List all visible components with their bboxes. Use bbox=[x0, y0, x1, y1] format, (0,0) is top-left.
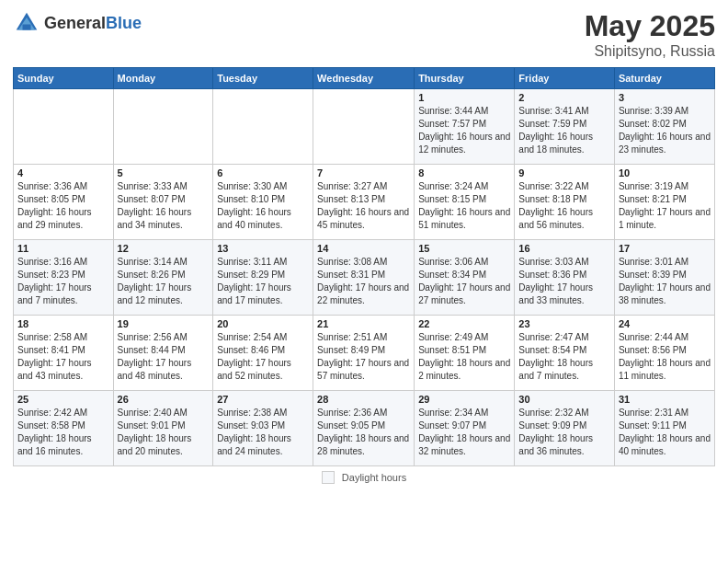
calendar-cell: 23Sunrise: 2:47 AM Sunset: 8:54 PM Dayli… bbox=[515, 316, 615, 391]
col-sunday: Sunday bbox=[14, 68, 114, 89]
col-tuesday: Tuesday bbox=[213, 68, 313, 89]
calendar-cell: 8Sunrise: 3:24 AM Sunset: 8:15 PM Daylig… bbox=[415, 165, 515, 240]
calendar-cell: 24Sunrise: 2:44 AM Sunset: 8:56 PM Dayli… bbox=[614, 316, 714, 391]
col-thursday: Thursday bbox=[415, 68, 515, 89]
calendar-cell: 16Sunrise: 3:03 AM Sunset: 8:36 PM Dayli… bbox=[515, 240, 615, 316]
page: GeneralBlue May 2025 Shipitsyno, Russia … bbox=[0, 0, 728, 563]
calendar-cell: 10Sunrise: 3:19 AM Sunset: 8:21 PM Dayli… bbox=[614, 165, 714, 240]
logo-icon bbox=[13, 9, 40, 37]
day-detail: Sunrise: 3:27 AM Sunset: 8:13 PM Dayligh… bbox=[317, 180, 410, 232]
calendar-cell: 30Sunrise: 2:32 AM Sunset: 9:09 PM Dayli… bbox=[515, 391, 615, 466]
day-number: 4 bbox=[17, 167, 109, 178]
calendar-cell: 9Sunrise: 3:22 AM Sunset: 8:18 PM Daylig… bbox=[515, 165, 615, 240]
day-detail: Sunrise: 3:19 AM Sunset: 8:21 PM Dayligh… bbox=[619, 180, 711, 232]
day-number: 19 bbox=[118, 318, 210, 329]
svg-rect-2 bbox=[23, 25, 31, 30]
calendar-cell: 17Sunrise: 3:01 AM Sunset: 8:39 PM Dayli… bbox=[614, 240, 714, 316]
day-detail: Sunrise: 3:03 AM Sunset: 8:36 PM Dayligh… bbox=[518, 256, 610, 307]
day-number: 14 bbox=[317, 243, 410, 254]
day-detail: Sunrise: 3:36 AM Sunset: 8:05 PM Dayligh… bbox=[17, 180, 109, 232]
day-detail: Sunrise: 3:39 AM Sunset: 8:02 PM Dayligh… bbox=[619, 105, 711, 156]
title-block: May 2025 Shipitsyno, Russia bbox=[585, 9, 715, 60]
day-number: 1 bbox=[418, 92, 510, 103]
day-number: 16 bbox=[518, 243, 610, 254]
calendar-cell: 29Sunrise: 2:34 AM Sunset: 9:07 PM Dayli… bbox=[415, 391, 515, 466]
calendar-cell: 14Sunrise: 3:08 AM Sunset: 8:31 PM Dayli… bbox=[313, 240, 415, 316]
col-saturday: Saturday bbox=[614, 68, 714, 89]
calendar-week-row: 25Sunrise: 2:42 AM Sunset: 8:58 PM Dayli… bbox=[14, 391, 715, 466]
day-detail: Sunrise: 2:31 AM Sunset: 9:11 PM Dayligh… bbox=[619, 407, 711, 458]
day-detail: Sunrise: 2:40 AM Sunset: 9:01 PM Dayligh… bbox=[118, 407, 210, 458]
day-number: 29 bbox=[418, 394, 510, 405]
day-detail: Sunrise: 3:44 AM Sunset: 7:57 PM Dayligh… bbox=[418, 105, 510, 156]
calendar-cell: 21Sunrise: 2:51 AM Sunset: 8:49 PM Dayli… bbox=[313, 316, 415, 391]
day-number: 23 bbox=[518, 318, 610, 329]
daylight-legend-box bbox=[322, 471, 335, 484]
day-number: 12 bbox=[118, 243, 210, 254]
day-detail: Sunrise: 2:34 AM Sunset: 9:07 PM Dayligh… bbox=[418, 407, 510, 458]
day-number: 10 bbox=[619, 167, 711, 178]
calendar-cell: 13Sunrise: 3:11 AM Sunset: 8:29 PM Dayli… bbox=[213, 240, 313, 316]
calendar-cell: 25Sunrise: 2:42 AM Sunset: 8:58 PM Dayli… bbox=[14, 391, 114, 466]
calendar-cell: 27Sunrise: 2:38 AM Sunset: 9:03 PM Dayli… bbox=[213, 391, 313, 466]
calendar-cell: 3Sunrise: 3:39 AM Sunset: 8:02 PM Daylig… bbox=[614, 89, 714, 165]
calendar-cell: 7Sunrise: 3:27 AM Sunset: 8:13 PM Daylig… bbox=[313, 165, 415, 240]
day-number: 20 bbox=[217, 318, 309, 329]
day-detail: Sunrise: 3:01 AM Sunset: 8:39 PM Dayligh… bbox=[619, 256, 711, 307]
day-detail: Sunrise: 3:08 AM Sunset: 8:31 PM Dayligh… bbox=[317, 256, 410, 307]
logo-blue: Blue bbox=[106, 14, 142, 32]
day-detail: Sunrise: 2:56 AM Sunset: 8:44 PM Dayligh… bbox=[118, 331, 210, 383]
calendar-cell: 5Sunrise: 3:33 AM Sunset: 8:07 PM Daylig… bbox=[113, 165, 213, 240]
day-detail: Sunrise: 3:24 AM Sunset: 8:15 PM Dayligh… bbox=[418, 180, 510, 232]
day-number: 15 bbox=[418, 243, 510, 254]
day-number: 21 bbox=[317, 318, 410, 329]
calendar-week-row: 11Sunrise: 3:16 AM Sunset: 8:23 PM Dayli… bbox=[14, 240, 715, 316]
calendar-cell: 20Sunrise: 2:54 AM Sunset: 8:46 PM Dayli… bbox=[213, 316, 313, 391]
day-detail: Sunrise: 2:32 AM Sunset: 9:09 PM Dayligh… bbox=[518, 407, 610, 458]
day-detail: Sunrise: 2:38 AM Sunset: 9:03 PM Dayligh… bbox=[217, 407, 309, 458]
col-monday: Monday bbox=[113, 68, 213, 89]
day-number: 11 bbox=[17, 243, 109, 254]
calendar-cell: 15Sunrise: 3:06 AM Sunset: 8:34 PM Dayli… bbox=[415, 240, 515, 316]
day-number: 5 bbox=[118, 167, 210, 178]
day-number: 7 bbox=[317, 167, 410, 178]
calendar-cell: 4Sunrise: 3:36 AM Sunset: 8:05 PM Daylig… bbox=[14, 165, 114, 240]
day-detail: Sunrise: 2:49 AM Sunset: 8:51 PM Dayligh… bbox=[418, 331, 510, 383]
day-number: 17 bbox=[619, 243, 711, 254]
calendar-cell: 18Sunrise: 2:58 AM Sunset: 8:41 PM Dayli… bbox=[14, 316, 114, 391]
calendar-cell: 26Sunrise: 2:40 AM Sunset: 9:01 PM Dayli… bbox=[113, 391, 213, 466]
day-detail: Sunrise: 2:54 AM Sunset: 8:46 PM Dayligh… bbox=[217, 331, 309, 383]
calendar-cell: 6Sunrise: 3:30 AM Sunset: 8:10 PM Daylig… bbox=[213, 165, 313, 240]
header: GeneralBlue May 2025 Shipitsyno, Russia bbox=[13, 9, 715, 60]
day-detail: Sunrise: 2:47 AM Sunset: 8:54 PM Dayligh… bbox=[518, 331, 610, 383]
calendar-cell: 31Sunrise: 2:31 AM Sunset: 9:11 PM Dayli… bbox=[614, 391, 714, 466]
day-detail: Sunrise: 3:41 AM Sunset: 7:59 PM Dayligh… bbox=[518, 105, 610, 156]
col-friday: Friday bbox=[515, 68, 615, 89]
day-detail: Sunrise: 2:58 AM Sunset: 8:41 PM Dayligh… bbox=[17, 331, 109, 383]
day-number: 24 bbox=[619, 318, 711, 329]
title-month: May 2025 bbox=[585, 9, 715, 43]
day-number: 2 bbox=[518, 92, 610, 103]
logo: GeneralBlue bbox=[13, 9, 142, 37]
calendar-cell: 28Sunrise: 2:36 AM Sunset: 9:05 PM Dayli… bbox=[313, 391, 415, 466]
day-detail: Sunrise: 2:42 AM Sunset: 8:58 PM Dayligh… bbox=[17, 407, 109, 458]
day-detail: Sunrise: 3:30 AM Sunset: 8:10 PM Dayligh… bbox=[217, 180, 309, 232]
day-number: 27 bbox=[217, 394, 309, 405]
calendar-cell bbox=[313, 89, 415, 165]
day-detail: Sunrise: 3:11 AM Sunset: 8:29 PM Dayligh… bbox=[217, 256, 309, 307]
day-detail: Sunrise: 3:16 AM Sunset: 8:23 PM Dayligh… bbox=[17, 256, 109, 307]
day-number: 3 bbox=[619, 92, 711, 103]
footer: Daylight hours bbox=[13, 471, 715, 484]
calendar-cell bbox=[213, 89, 313, 165]
day-number: 18 bbox=[17, 318, 109, 329]
day-detail: Sunrise: 2:44 AM Sunset: 8:56 PM Dayligh… bbox=[619, 331, 711, 383]
calendar-week-row: 18Sunrise: 2:58 AM Sunset: 8:41 PM Dayli… bbox=[14, 316, 715, 391]
calendar-week-row: 1Sunrise: 3:44 AM Sunset: 7:57 PM Daylig… bbox=[14, 89, 715, 165]
calendar-week-row: 4Sunrise: 3:36 AM Sunset: 8:05 PM Daylig… bbox=[14, 165, 715, 240]
day-number: 30 bbox=[518, 394, 610, 405]
calendar-cell: 1Sunrise: 3:44 AM Sunset: 7:57 PM Daylig… bbox=[415, 89, 515, 165]
day-number: 6 bbox=[217, 167, 309, 178]
calendar-cell: 12Sunrise: 3:14 AM Sunset: 8:26 PM Dayli… bbox=[113, 240, 213, 316]
day-number: 13 bbox=[217, 243, 309, 254]
calendar-cell: 19Sunrise: 2:56 AM Sunset: 8:44 PM Dayli… bbox=[113, 316, 213, 391]
